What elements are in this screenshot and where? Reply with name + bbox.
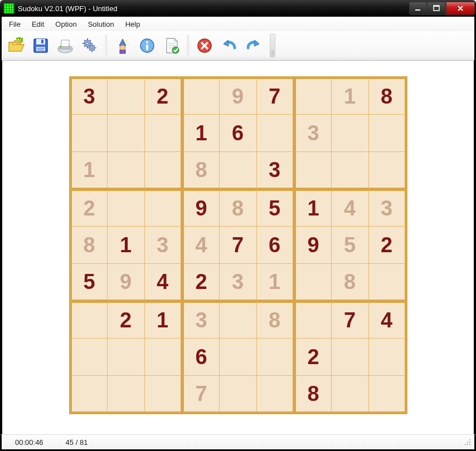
sudoku-cell[interactable] — [294, 264, 332, 301]
sudoku-cell[interactable]: 9 — [294, 227, 332, 264]
sudoku-cell[interactable]: 8 — [294, 376, 332, 413]
sudoku-cell[interactable]: 3 — [257, 152, 294, 189]
sudoku-cell[interactable]: 2 — [294, 339, 332, 376]
sudoku-cell[interactable]: 3 — [70, 77, 108, 115]
sudoku-cell[interactable] — [332, 376, 369, 413]
sudoku-cell[interactable] — [145, 152, 182, 189]
sudoku-cell[interactable] — [70, 301, 108, 339]
info-button[interactable] — [137, 35, 158, 56]
sudoku-cell[interactable]: 3 — [294, 115, 332, 152]
sudoku-cell[interactable] — [70, 376, 108, 413]
redo-button[interactable] — [243, 35, 264, 56]
menu-file[interactable]: File — [3, 18, 26, 30]
menu-option[interactable]: Option — [50, 18, 82, 30]
maximize-button[interactable] — [427, 2, 446, 15]
sudoku-cell[interactable] — [220, 152, 257, 189]
sudoku-cell[interactable]: 5 — [332, 227, 369, 264]
sudoku-cell[interactable]: 8 — [369, 77, 406, 115]
sudoku-cell[interactable] — [182, 77, 220, 115]
sudoku-cell[interactable]: 4 — [369, 301, 406, 339]
sudoku-cell[interactable] — [257, 376, 294, 413]
sudoku-cell[interactable]: 8 — [257, 301, 294, 339]
sudoku-cell[interactable] — [70, 339, 108, 376]
titlebar[interactable]: Sudoku V2.01 (WPF) - Untitled — [0, 0, 476, 17]
sudoku-cell[interactable]: 7 — [257, 77, 294, 115]
settings-button[interactable] — [79, 35, 100, 56]
sudoku-cell[interactable]: 7 — [332, 301, 369, 339]
sudoku-cell[interactable]: 8 — [332, 264, 369, 301]
sudoku-cell[interactable] — [108, 189, 145, 227]
sudoku-cell[interactable]: 2 — [182, 264, 220, 301]
sudoku-cell[interactable]: 1 — [257, 264, 294, 301]
sudoku-cell[interactable] — [220, 301, 257, 339]
print-button[interactable] — [55, 35, 76, 56]
minimize-button[interactable] — [409, 2, 427, 15]
sudoku-cell[interactable]: 2 — [108, 301, 145, 339]
sudoku-cell[interactable]: 1 — [145, 301, 182, 339]
open-button[interactable] — [6, 35, 27, 56]
sudoku-cell[interactable] — [108, 115, 145, 152]
sudoku-cell[interactable] — [369, 339, 406, 376]
sudoku-cell[interactable]: 7 — [220, 227, 257, 264]
sudoku-cell[interactable]: 1 — [182, 115, 220, 152]
sudoku-cell[interactable] — [220, 376, 257, 413]
sudoku-cell[interactable] — [369, 115, 406, 152]
toolbar-overflow[interactable] — [270, 34, 275, 57]
sudoku-cell[interactable] — [332, 339, 369, 376]
sudoku-cell[interactable] — [257, 115, 294, 152]
sudoku-cell[interactable]: 4 — [332, 189, 369, 227]
sudoku-cell[interactable]: 3 — [369, 189, 406, 227]
close-button[interactable] — [446, 2, 475, 15]
sudoku-cell[interactable] — [369, 152, 406, 189]
sudoku-cell[interactable]: 6 — [220, 115, 257, 152]
undo-button[interactable] — [218, 35, 240, 56]
sudoku-cell[interactable]: 8 — [182, 152, 220, 189]
sudoku-cell[interactable]: 8 — [70, 227, 108, 264]
sudoku-cell[interactable]: 4 — [182, 227, 220, 264]
check-button[interactable] — [161, 35, 182, 56]
sudoku-cell[interactable]: 9 — [220, 77, 257, 115]
sudoku-cell[interactable]: 5 — [257, 189, 294, 227]
sudoku-cell[interactable]: 3 — [182, 301, 220, 339]
sudoku-cell[interactable] — [108, 376, 145, 413]
wizard-button[interactable] — [112, 35, 133, 56]
menu-edit[interactable]: Edit — [26, 18, 50, 30]
resize-grip[interactable] — [463, 438, 472, 447]
sudoku-cell[interactable] — [108, 152, 145, 189]
sudoku-cell[interactable] — [70, 115, 108, 152]
sudoku-cell[interactable] — [145, 115, 182, 152]
sudoku-cell[interactable]: 3 — [145, 227, 182, 264]
sudoku-cell[interactable] — [145, 189, 182, 227]
sudoku-cell[interactable]: 9 — [182, 189, 220, 227]
sudoku-cell[interactable] — [108, 77, 145, 115]
sudoku-cell[interactable] — [108, 339, 145, 376]
sudoku-cell[interactable]: 1 — [332, 77, 369, 115]
sudoku-cell[interactable]: 2 — [70, 189, 108, 227]
sudoku-cell[interactable] — [145, 339, 182, 376]
sudoku-cell[interactable]: 2 — [145, 77, 182, 115]
save-button[interactable] — [30, 35, 51, 56]
sudoku-cell[interactable]: 6 — [257, 227, 294, 264]
menu-solution[interactable]: Solution — [82, 18, 120, 30]
sudoku-cell[interactable]: 1 — [70, 152, 108, 189]
delete-button[interactable] — [194, 35, 215, 56]
sudoku-cell[interactable] — [294, 301, 332, 339]
sudoku-cell[interactable]: 4 — [145, 264, 182, 301]
sudoku-cell[interactable] — [145, 376, 182, 413]
sudoku-cell[interactable] — [332, 115, 369, 152]
sudoku-cell[interactable] — [369, 376, 406, 413]
sudoku-cell[interactable]: 9 — [108, 264, 145, 301]
sudoku-cell[interactable]: 1 — [108, 227, 145, 264]
menu-help[interactable]: Help — [120, 18, 146, 30]
sudoku-cell[interactable]: 7 — [182, 376, 220, 413]
sudoku-cell[interactable]: 5 — [70, 264, 108, 301]
sudoku-cell[interactable]: 6 — [182, 339, 220, 376]
sudoku-cell[interactable] — [294, 77, 332, 115]
sudoku-cell[interactable]: 8 — [220, 189, 257, 227]
sudoku-cell[interactable] — [257, 339, 294, 376]
sudoku-cell[interactable] — [294, 152, 332, 189]
sudoku-cell[interactable]: 3 — [220, 264, 257, 301]
sudoku-cell[interactable]: 2 — [369, 227, 406, 264]
sudoku-cell[interactable]: 1 — [294, 189, 332, 227]
sudoku-cell[interactable] — [220, 339, 257, 376]
